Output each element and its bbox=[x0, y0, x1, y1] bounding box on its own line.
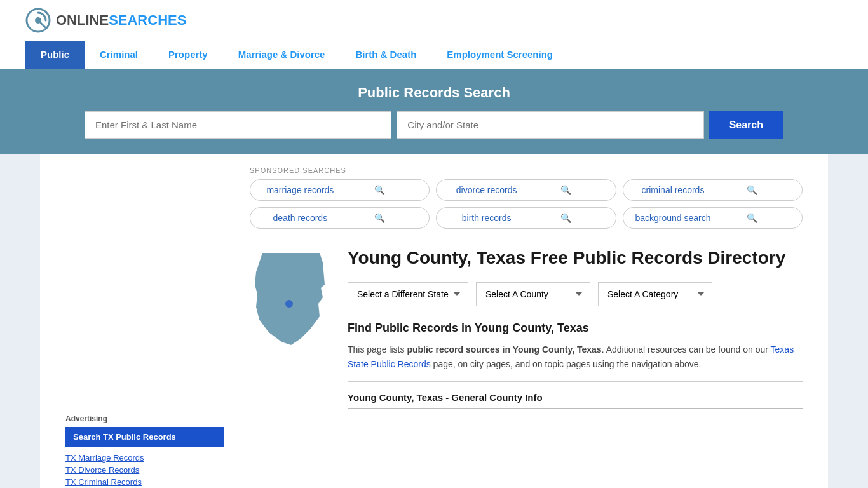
sponsored-item-marriage[interactable]: marriage records 🔍 bbox=[250, 179, 430, 201]
search-icon-birth: 🔍 bbox=[526, 213, 606, 223]
search-icon-criminal: 🔍 bbox=[712, 185, 792, 195]
county-info: Young County, Texas Free Public Records … bbox=[348, 247, 803, 409]
search-icon-death: 🔍 bbox=[340, 213, 419, 223]
nav-item-property[interactable]: Property bbox=[153, 41, 223, 69]
sidebar-content: Advertising Search TX Public Records TX … bbox=[65, 154, 224, 488]
logo-text: ONLINESEARCHES bbox=[56, 12, 186, 29]
category-dropdown[interactable]: Select A Category bbox=[598, 282, 712, 306]
sidebar: Advertising Search TX Public Records TX … bbox=[40, 154, 237, 488]
state-dropdown[interactable]: Select a Different State bbox=[348, 282, 468, 306]
sponsored-item-background[interactable]: background search 🔍 bbox=[623, 207, 803, 229]
dropdown-row: Select a Different State Select A County… bbox=[348, 282, 803, 306]
logo: ONLINESEARCHES bbox=[25, 8, 186, 33]
find-title: Find Public Records in Young County, Tex… bbox=[348, 322, 803, 335]
county-dropdown[interactable]: Select A County bbox=[476, 282, 590, 306]
logo-icon bbox=[25, 8, 51, 33]
svg-line-2 bbox=[41, 23, 45, 27]
advertising-label: Advertising bbox=[65, 414, 224, 423]
sponsored-item-death[interactable]: death records 🔍 bbox=[250, 207, 430, 229]
location-search-input[interactable] bbox=[397, 111, 703, 139]
search-banner: Public Records Search Search bbox=[0, 69, 868, 154]
header: ONLINESEARCHES bbox=[0, 0, 868, 41]
main-nav: Public Criminal Property Marriage & Divo… bbox=[0, 41, 868, 69]
search-banner-title: Public Records Search bbox=[25, 85, 843, 101]
nav-item-criminal[interactable]: Criminal bbox=[85, 41, 153, 69]
sidebar-link-criminal[interactable]: TX Criminal Records bbox=[65, 477, 224, 487]
county-title: Young County, Texas Free Public Records … bbox=[348, 247, 803, 269]
sponsored-item-criminal[interactable]: criminal records 🔍 bbox=[623, 179, 803, 201]
name-search-input[interactable] bbox=[85, 111, 391, 139]
sidebar-link-marriage[interactable]: TX Marriage Records bbox=[65, 453, 224, 463]
sponsored-label: SPONSORED SEARCHES bbox=[250, 166, 803, 174]
county-section: Young County, Texas Free Public Records … bbox=[250, 247, 803, 409]
find-description: This page lists public record sources in… bbox=[348, 342, 803, 371]
nav-item-public[interactable]: Public bbox=[25, 41, 85, 69]
texas-map bbox=[250, 247, 332, 409]
page-layout: Advertising Search TX Public Records TX … bbox=[40, 154, 828, 488]
section-divider bbox=[348, 381, 803, 382]
nav-item-employment[interactable]: Employment Screening bbox=[431, 41, 568, 69]
ad-button[interactable]: Search TX Public Records bbox=[65, 427, 224, 447]
sponsored-grid: marriage records 🔍 divorce records 🔍 cri… bbox=[250, 179, 803, 229]
nav-item-marriage-divorce[interactable]: Marriage & Divorce bbox=[223, 41, 341, 69]
content-area: SPONSORED SEARCHES marriage records 🔍 di… bbox=[237, 154, 828, 488]
sponsored-item-birth[interactable]: birth records 🔍 bbox=[436, 207, 616, 229]
sponsored-item-divorce[interactable]: divorce records 🔍 bbox=[436, 179, 616, 201]
search-icon-background: 🔍 bbox=[712, 213, 792, 223]
sidebar-link-divorce[interactable]: TX Divorce Records bbox=[65, 465, 224, 475]
nav-item-birth-death[interactable]: Birth & Death bbox=[340, 41, 431, 69]
search-icon-marriage: 🔍 bbox=[340, 185, 419, 195]
search-row: Search bbox=[85, 111, 783, 139]
search-button[interactable]: Search bbox=[709, 111, 783, 139]
general-info-header: Young County, Texas - General County Inf… bbox=[348, 392, 803, 409]
svg-point-3 bbox=[285, 300, 293, 308]
search-icon-divorce: 🔍 bbox=[526, 185, 606, 195]
texas-map-svg bbox=[250, 247, 332, 348]
